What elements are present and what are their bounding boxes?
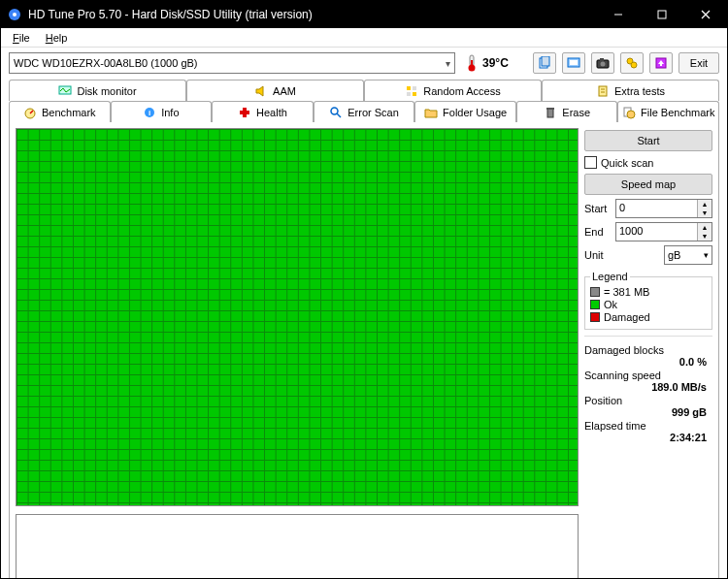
erase-icon (544, 106, 557, 119)
drive-select-text: WDC WD10EZRX-00A8LB0 (1000 gB) (14, 57, 198, 69)
svg-rect-24 (413, 92, 416, 96)
tab-aam[interactable]: AAM (186, 80, 364, 101)
elapsed-value: 2:34:21 (584, 432, 712, 443)
tests-icon (596, 84, 610, 98)
drive-select[interactable]: WDC WD10EZRX-00A8LB0 (1000 gB) ▾ (9, 52, 455, 74)
svg-point-36 (331, 108, 338, 114)
tab-benchmark[interactable]: Benchmark (9, 101, 111, 122)
unit-select[interactable]: gB ▾ (664, 245, 712, 265)
svg-rect-38 (547, 109, 553, 117)
tab-disk-monitor[interactable]: Disk monitor (9, 80, 186, 101)
tab-erase[interactable]: Erase (516, 101, 618, 122)
svg-point-41 (627, 111, 635, 118)
copy-screenshot-button[interactable] (562, 52, 585, 74)
menu-file[interactable]: File (5, 30, 38, 46)
tab-content: Start Quick scan Speed map Start 0 ▲▼ En… (9, 121, 719, 579)
legend-block-icon (590, 287, 600, 297)
temperature-value: 39°C (482, 56, 509, 70)
scan-sidebar: Start Quick scan Speed map Start 0 ▲▼ En… (584, 128, 712, 579)
svg-point-14 (601, 62, 606, 67)
start-input[interactable]: 0 ▲▼ (615, 199, 712, 218)
tab-extra-tests[interactable]: Extra tests (542, 80, 719, 101)
svg-rect-8 (471, 60, 473, 67)
quick-scan-checkbox[interactable]: Quick scan (584, 155, 712, 170)
tab-folder-usage[interactable]: Folder Usage (414, 101, 516, 122)
tab-health[interactable]: Health (212, 101, 314, 122)
speed-map-button[interactable]: Speed map (584, 174, 712, 195)
gauge-icon (23, 106, 37, 119)
tab-error-scan[interactable]: Error Scan (314, 101, 415, 122)
scan-speed-label: Scanning speed (584, 370, 712, 381)
copy-info-button[interactable] (533, 52, 556, 74)
svg-rect-20 (660, 63, 662, 66)
minimize-button[interactable] (596, 1, 640, 28)
svg-line-37 (337, 113, 341, 117)
end-input[interactable]: 1000 ▲▼ (615, 222, 712, 241)
elapsed-label: Elapsed time (584, 420, 712, 432)
health-icon (238, 106, 251, 119)
tab-random-access[interactable]: Random Access (364, 80, 542, 101)
info-icon: i (143, 106, 156, 119)
folder-icon (424, 106, 438, 119)
spin-down-icon[interactable]: ▼ (698, 232, 711, 241)
svg-marker-22 (256, 86, 263, 96)
legend-ok-icon (590, 300, 600, 309)
svg-rect-12 (570, 60, 578, 65)
svg-rect-39 (546, 108, 554, 110)
maximize-button[interactable] (640, 1, 683, 28)
unit-label: Unit (584, 249, 612, 261)
close-button[interactable] (683, 1, 727, 28)
spin-down-icon[interactable]: ▼ (698, 209, 711, 217)
options-button[interactable] (620, 52, 644, 74)
svg-rect-23 (407, 86, 411, 90)
checkbox-icon (584, 156, 597, 169)
tab-file-benchmark[interactable]: File Benchmark (617, 101, 719, 122)
log-output (16, 514, 579, 579)
end-label: End (584, 226, 612, 238)
spin-up-icon[interactable]: ▲ (698, 223, 711, 232)
svg-point-17 (631, 62, 637, 68)
damaged-blocks-label: Damaged blocks (584, 344, 712, 356)
chevron-down-icon: ▾ (446, 58, 450, 69)
screenshot-button[interactable] (591, 52, 614, 74)
app-icon (7, 7, 22, 22)
menu-help[interactable]: Help (38, 30, 76, 46)
damaged-blocks-value: 0.0 % (584, 356, 712, 368)
titlebar: HD Tune Pro 5.70 - Hard Disk/SSD Utility… (1, 1, 727, 28)
start-label: Start (584, 203, 612, 214)
temperature-display: 39°C (465, 54, 509, 72)
svg-rect-26 (413, 86, 416, 90)
tab-info[interactable]: iInfo (111, 101, 213, 122)
svg-text:i: i (149, 109, 150, 117)
svg-rect-10 (542, 56, 549, 66)
thermometer-icon (465, 54, 479, 72)
speaker-icon (254, 84, 268, 98)
tab-row-1: Disk monitor AAM Random Access Extra tes… (9, 79, 719, 100)
tab-row-2: Benchmark iInfo Health Error Scan Folder… (9, 100, 719, 121)
search-icon (329, 106, 343, 119)
svg-rect-27 (599, 86, 607, 96)
start-button[interactable]: Start (584, 130, 712, 151)
legend-damaged-icon (590, 312, 600, 322)
random-icon (405, 84, 418, 98)
scan-block-grid (16, 128, 579, 506)
scan-speed-value: 189.0 MB/s (584, 381, 712, 393)
toolbar: WDC WD10EZRX-00A8LB0 (1000 gB) ▾ 39°C Ex… (1, 48, 727, 79)
window-title: HD Tune Pro 5.70 - Hard Disk/SSD Utility… (28, 8, 596, 21)
svg-rect-25 (407, 92, 411, 96)
svg-rect-15 (600, 58, 604, 61)
chevron-down-icon: ▾ (704, 250, 709, 260)
position-label: Position (584, 395, 712, 406)
position-value: 999 gB (584, 406, 712, 418)
file-gauge-icon (622, 106, 636, 119)
spin-up-icon[interactable]: ▲ (698, 200, 711, 209)
svg-rect-35 (240, 111, 249, 114)
monitor-icon (58, 84, 72, 98)
exit-button[interactable]: Exit (678, 52, 719, 74)
svg-point-1 (13, 13, 17, 16)
save-button[interactable] (649, 52, 673, 74)
svg-rect-3 (658, 11, 666, 18)
menubar: File Help (1, 28, 727, 48)
legend-box: Legend = 381 MB Ok Damaged (584, 271, 712, 330)
